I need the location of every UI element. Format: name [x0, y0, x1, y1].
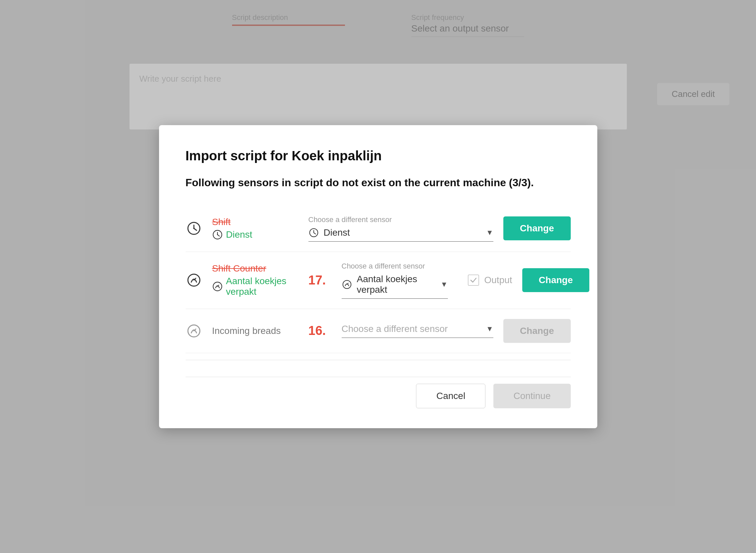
change-button-incoming: Change: [503, 319, 571, 343]
chevron-down-icon-2: ▼: [441, 280, 448, 289]
counter-icon-3: [185, 323, 202, 339]
dropdown-area-shift: Choose a different sensor Dienst ▼: [308, 216, 494, 242]
modal-footer: Cancel Continue: [185, 377, 571, 408]
clock-icon: [185, 220, 202, 237]
modal-title: Import script for Koek inpaklijn: [185, 148, 571, 163]
sensor-new-shift: Dienst: [226, 229, 252, 240]
dropdown-label-shift: Choose a different sensor: [308, 216, 494, 224]
change-button-shift-counter[interactable]: Change: [522, 268, 590, 292]
step-number-17: 17.: [308, 273, 332, 288]
dropdown-clock-icon: [308, 227, 319, 238]
dropdown-value-shift: Dienst: [324, 227, 482, 238]
svg-point-3: [193, 228, 195, 229]
output-label: Output: [484, 275, 512, 286]
sensor-row-shift-counter: Shift Counter Aantal koekjes verpakt 17.…: [185, 252, 571, 309]
counter-icon-2: [212, 281, 223, 292]
chevron-down-icon-3: ▼: [486, 325, 494, 333]
dropdown-value-shift-counter: Aantal koekjes verpakt: [357, 274, 436, 295]
counter-icon-1: [185, 272, 202, 289]
sensor-names-shift: Shift Dienst: [212, 217, 298, 240]
output-area: Output: [468, 274, 512, 286]
sensor-new-shift-counter: Aantal koekjes verpakt: [226, 276, 298, 297]
sensor-row-incoming: Incoming breads 16. Choose a different s…: [185, 309, 571, 353]
dropdown-area-incoming: Choose a different sensor ▼: [342, 324, 494, 338]
cancel-button[interactable]: Cancel: [416, 384, 485, 408]
svg-line-10: [314, 233, 315, 234]
modal-overlay: Import script for Koek inpaklijn Followi…: [0, 0, 756, 553]
continue-button: Continue: [494, 384, 571, 408]
modal-divider: [185, 360, 571, 360]
step-number-16: 16.: [308, 324, 332, 338]
modal-subtitle: Following sensors in script do not exist…: [185, 177, 571, 189]
dropdown-select-shift-counter[interactable]: Aantal koekjes verpakt ▼: [342, 274, 448, 299]
dropdown-label-shift-counter: Choose a different sensor: [342, 262, 448, 270]
dropdown-placeholder-incoming: Choose a different sensor: [342, 324, 482, 334]
svg-point-7: [217, 234, 218, 235]
sensor-names-incoming: Incoming breads: [212, 326, 298, 336]
dropdown-area-shift-counter: Choose a different sensor Aantal koekjes…: [342, 262, 448, 299]
sensor-names-shift-counter: Shift Counter Aantal koekjes verpakt: [212, 263, 298, 297]
import-script-modal: Import script for Koek inpaklijn Followi…: [159, 125, 597, 428]
sensor-row-shift: Shift Dienst Choose a different sensor: [185, 206, 571, 252]
dropdown-select-shift[interactable]: Dienst ▼: [308, 227, 494, 242]
sensor-name-incoming: Incoming breads: [212, 326, 298, 336]
dropdown-select-incoming[interactable]: Choose a different sensor ▼: [342, 324, 494, 338]
clock-icon-2: [212, 229, 223, 240]
change-button-shift[interactable]: Change: [503, 217, 571, 240]
sensor-original-shift: Shift: [212, 217, 298, 227]
output-checkbox[interactable]: [468, 274, 479, 286]
sensor-original-shift-counter: Shift Counter: [212, 263, 298, 274]
chevron-down-icon: ▼: [486, 228, 494, 237]
counter-dropdown-icon: [342, 279, 352, 290]
